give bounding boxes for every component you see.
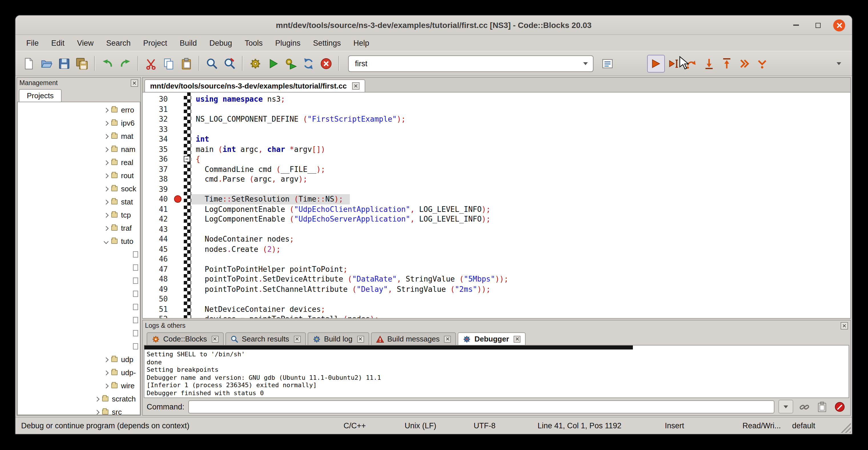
breakpoint-margin[interactable] (174, 314, 184, 319)
replace-button[interactable] (221, 55, 239, 72)
code-line-39[interactable]: 39 (143, 184, 850, 194)
build-button[interactable] (247, 55, 264, 72)
code-line-32[interactable]: 32NS_LOG_COMPONENT_DEFINE ("FirstScriptE… (143, 114, 850, 124)
breakpoint-margin[interactable] (174, 94, 184, 104)
tree-item-udp[interactable]: udp (18, 353, 140, 366)
chevron-right-icon[interactable] (102, 148, 110, 151)
breakpoint-margin[interactable] (174, 134, 184, 144)
redo-button[interactable] (116, 55, 134, 72)
title-bar[interactable]: mnt/dev/tools/source/ns-3-dev/examples/t… (16, 16, 852, 35)
menu-item-settings[interactable]: Settings (307, 36, 347, 50)
tree-item-nam[interactable]: nam (18, 143, 140, 156)
resize-grip[interactable] (841, 423, 851, 433)
breakpoint-margin[interactable] (174, 174, 184, 184)
tree-item-scratch[interactable]: scratch (18, 392, 140, 406)
tree-item-rout[interactable]: rout (18, 169, 140, 182)
tab-close-button[interactable] (444, 335, 451, 342)
tree-item-real[interactable]: real (18, 156, 140, 169)
tree-item-fir[interactable]: fir (18, 261, 140, 274)
code-line-50[interactable]: 50 (143, 294, 850, 304)
tab-close-button[interactable] (211, 335, 218, 342)
next-instruction-button[interactable] (736, 55, 753, 72)
breakpoint-margin[interactable] (174, 284, 184, 294)
copy-log-button[interactable] (815, 400, 829, 414)
breakpoint-icon[interactable] (174, 195, 182, 203)
chevron-right-icon[interactable] (102, 200, 110, 204)
editor-tab-first-cc[interactable]: mnt/dev/tools/source/ns-3-dev/examples/t… (144, 79, 365, 92)
stop-debugger-button[interactable] (833, 400, 846, 414)
menu-item-project[interactable]: Project (137, 36, 174, 50)
code-line-41[interactable]: 41 LogComponentEnable ("UdpEchoClientApp… (143, 204, 850, 214)
command-input[interactable] (188, 400, 774, 413)
tree-item-mat[interactable]: mat (18, 130, 140, 143)
tree-item-tuto[interactable]: tuto (18, 235, 140, 248)
tab-close-button[interactable] (357, 335, 364, 342)
breakpoint-margin[interactable] (174, 244, 184, 254)
tree-item-stat[interactable]: stat (18, 195, 140, 208)
management-close-button[interactable] (131, 79, 138, 87)
search-input[interactable] (354, 59, 583, 68)
tree-item-tcp[interactable]: tcp (18, 208, 140, 221)
breakpoint-margin[interactable] (174, 114, 184, 124)
menu-item-plugins[interactable]: Plugins (269, 36, 307, 50)
breakpoint-margin[interactable] (174, 304, 184, 314)
logs-close-button[interactable] (841, 322, 848, 329)
breakpoint-margin[interactable] (174, 144, 184, 154)
code-line-44[interactable]: 44 NodeContainer nodes; (143, 234, 850, 244)
code-line-38[interactable]: 38 cmd.Parse (argc, argv); (143, 174, 850, 184)
debug-continue-button[interactable] (647, 55, 665, 72)
close-button[interactable] (833, 19, 845, 31)
step-into-instruction-button[interactable] (753, 55, 771, 72)
breakpoint-margin[interactable] (174, 254, 184, 264)
code-line-51[interactable]: 51 NetDeviceContainer devices; (143, 304, 850, 314)
compiler-list-button[interactable] (599, 55, 616, 72)
chevron-right-icon[interactable] (102, 134, 110, 138)
tree-item-ipv6[interactable]: ipv6 (18, 117, 140, 130)
debugger-log[interactable]: Setting SHELL to '/bin/sh'doneSetting br… (144, 345, 849, 398)
code-line-30[interactable]: 30using namespace ns3; (143, 94, 850, 104)
next-line-button[interactable] (683, 55, 700, 72)
tree-item-fif[interactable]: fif (18, 248, 140, 261)
command-history-button[interactable] (778, 400, 793, 414)
code-line-49[interactable]: 49 pointToPoint.SetChannelAttribute ("De… (143, 284, 850, 294)
chevron-down-icon[interactable] (583, 62, 588, 65)
tab-projects[interactable]: Projects (19, 89, 62, 102)
undo-button[interactable] (99, 55, 116, 72)
chevron-right-icon[interactable] (102, 161, 110, 164)
code-line-47[interactable]: 47 PointToPointHelper pointToPoint; (143, 264, 850, 274)
attach-button[interactable] (797, 400, 811, 414)
tree-item-erro[interactable]: erro (18, 103, 140, 117)
tab-close-button[interactable] (514, 335, 521, 342)
new-file-button[interactable] (20, 55, 38, 72)
fold-marker-icon[interactable] (184, 156, 190, 162)
code-line-43[interactable]: 43 (143, 224, 850, 234)
code-line-42[interactable]: 42 LogComponentEnable ("UdpEchoServerApp… (143, 214, 850, 224)
code-line-31[interactable]: 31 (143, 104, 850, 114)
save-all-button[interactable] (73, 55, 91, 72)
breakpoint-margin[interactable] (174, 234, 184, 244)
copy-button[interactable] (160, 55, 178, 72)
minimize-button[interactable] (790, 19, 802, 31)
chevron-right-icon[interactable] (102, 121, 110, 125)
breakpoint-margin[interactable] (174, 154, 184, 164)
build-target-combobox[interactable] (348, 55, 593, 72)
tab-search-results[interactable]: Search results (225, 332, 306, 345)
chevron-right-icon[interactable] (102, 371, 110, 374)
breakpoint-margin[interactable] (174, 204, 184, 214)
maximize-button[interactable] (811, 19, 824, 31)
code-line-52[interactable]: 52 devices = pointToPoint.Install (nodes… (143, 314, 850, 319)
tree-item-fo[interactable]: fo (18, 274, 140, 287)
editor-tab-close-button[interactable] (352, 82, 359, 90)
tab-close-button[interactable] (293, 335, 301, 342)
toolbar-overflow-button[interactable] (830, 55, 847, 72)
tree-item-th[interactable]: th (18, 340, 140, 353)
tab-build-log[interactable]: Build log (307, 332, 369, 345)
run-to-cursor-button[interactable] (665, 55, 683, 72)
code-line-45[interactable]: 45 nodes.Create (2); (143, 244, 850, 254)
menu-item-build[interactable]: Build (174, 36, 203, 50)
code-line-35[interactable]: 35main (int argc, char *argv[]) (143, 144, 850, 154)
menu-item-view[interactable]: View (71, 36, 100, 50)
code-line-48[interactable]: 48 pointToPoint.SetDeviceAttribute ("Dat… (143, 274, 850, 284)
chevron-down-icon[interactable] (102, 240, 110, 243)
code-editor[interactable]: 30using namespace ns3;3132NS_LOG_COMPONE… (142, 92, 851, 319)
